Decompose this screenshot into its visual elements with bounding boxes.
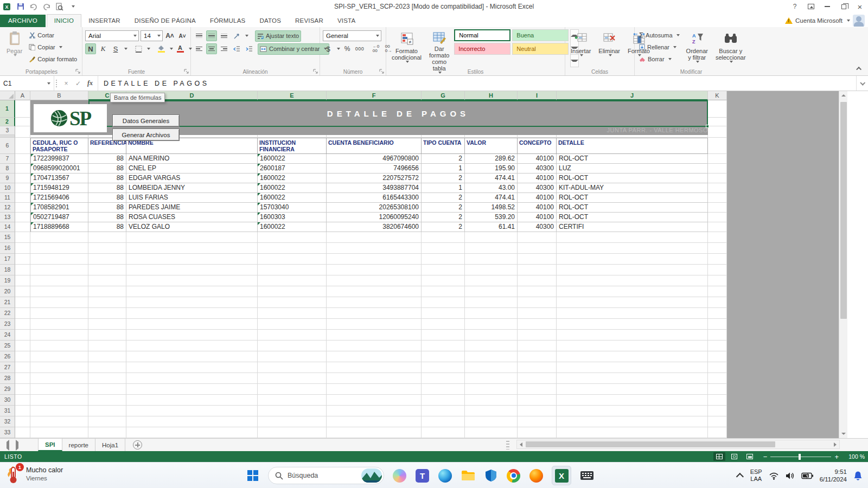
cell-C9[interactable]: 88 — [88, 174, 126, 183]
cell-C11[interactable]: 88 — [88, 193, 126, 203]
cell-J12[interactable]: ROL-OCT — [557, 203, 708, 213]
cell-J9[interactable]: ROL-OCT — [557, 174, 708, 183]
account-area[interactable]: Cuenta Microsoft — [785, 15, 865, 27]
new-sheet-icon[interactable] — [133, 440, 142, 450]
bold-button[interactable]: N — [85, 43, 96, 54]
cancel-icon[interactable]: × — [61, 80, 72, 87]
cell-I8[interactable]: 40300 — [518, 164, 557, 174]
column-header-I[interactable]: I — [518, 91, 557, 100]
wifi-icon[interactable] — [769, 472, 779, 480]
copy-button[interactable]: Copiar — [27, 41, 79, 53]
row-header-24[interactable]: 24 — [0, 330, 15, 341]
scroll-up-icon[interactable] — [839, 91, 848, 100]
cell-I14[interactable]: 40300 — [518, 222, 557, 232]
dialog-launcher-icon[interactable] — [379, 69, 385, 74]
dialog-launcher-icon[interactable] — [75, 69, 81, 74]
column-header-F[interactable]: F — [327, 91, 422, 100]
zoom-out-icon[interactable]: − — [763, 453, 768, 460]
row-header-29[interactable]: 29 — [0, 384, 15, 395]
volume-icon[interactable] — [786, 472, 795, 480]
cell-D7[interactable]: ANA MERINO — [126, 154, 258, 164]
align-left-icon[interactable] — [194, 43, 205, 54]
cell-H7[interactable]: 289.62 — [465, 154, 518, 164]
row-header-15[interactable]: 15 — [0, 232, 15, 243]
percent-format-icon[interactable]: % — [342, 43, 353, 54]
row-header-22[interactable]: 22 — [0, 308, 15, 319]
row-header-16[interactable]: 16 — [0, 243, 15, 254]
restore-icon[interactable] — [835, 1, 852, 12]
currency-format-icon[interactable]: $ — [323, 43, 334, 54]
formula-input[interactable]: DETALLE DE PAGOS — [98, 76, 856, 91]
zoom-level[interactable]: 100 % — [844, 453, 865, 460]
cell-F7[interactable]: 4967090800 — [327, 154, 422, 164]
enter-icon[interactable]: ✓ — [73, 80, 84, 87]
cell-H8[interactable]: 195.90 — [465, 164, 518, 174]
excel-taskbar-icon[interactable]: X — [552, 466, 571, 485]
tray-expand-icon[interactable] — [736, 473, 743, 480]
battery-icon[interactable] — [801, 472, 813, 479]
notification-bell-icon[interactable] — [853, 471, 863, 481]
cell-D9[interactable]: EDGAR VARGAS — [126, 174, 258, 183]
cells-grid[interactable]: SP Datos Generales Generar Archivos DETA… — [15, 100, 727, 438]
sheet-tab-reporte[interactable]: reporte — [62, 439, 95, 451]
cell-J7[interactable]: ROL-OCT — [557, 154, 708, 164]
format-as-table-button[interactable]: Dar formato como tabla — [426, 29, 452, 67]
cell-J11[interactable]: ROL-OCT — [557, 193, 708, 203]
cell-E8[interactable]: 2600187 — [258, 164, 327, 174]
cell-B14[interactable]: 1718889668 — [30, 222, 88, 232]
cell-E11[interactable]: 1600022 — [258, 193, 327, 203]
weather-widget[interactable]: 1 Mucho calor Viernes — [5, 465, 63, 484]
help-icon[interactable]: ? — [787, 1, 803, 12]
page-break-view-icon[interactable] — [744, 452, 756, 461]
cell-E10[interactable]: 1600022 — [258, 183, 327, 193]
row-header-14[interactable]: 14 — [0, 222, 15, 232]
autosum-button[interactable]: Σ Autosuma — [637, 29, 681, 41]
close-icon[interactable]: × — [852, 1, 868, 12]
defender-icon[interactable] — [483, 468, 498, 483]
cell-C8[interactable]: 88 — [88, 164, 126, 174]
cell-B7[interactable]: 1722399837 — [30, 154, 88, 164]
row-header-13[interactable]: 13 — [0, 213, 15, 222]
row-header-12[interactable]: 12 — [0, 203, 15, 213]
datos-generales-button[interactable]: Datos Generales — [112, 114, 180, 127]
select-all-corner[interactable] — [0, 91, 15, 100]
cell-E13[interactable]: 1600303 — [258, 213, 327, 222]
increase-decimal-icon[interactable]: ←000 — [371, 43, 381, 54]
style-incorrecto[interactable]: Incorrecto — [454, 43, 510, 55]
generar-archivos-button[interactable]: Generar Archivos — [112, 129, 180, 141]
row-header-33[interactable]: 33 — [0, 427, 15, 438]
cell-J8[interactable]: LUZ — [557, 164, 708, 174]
find-select-button[interactable]: Buscar y seleccionar — [713, 29, 749, 67]
row-header-27[interactable]: 27 — [0, 362, 15, 373]
cell-B8[interactable]: 0968599020001 — [30, 164, 88, 174]
tab-revisar[interactable]: REVISAR — [288, 15, 330, 27]
style-normal[interactable]: Normal — [454, 29, 510, 41]
column-header-H[interactable]: H — [465, 91, 518, 100]
decrease-indent-icon[interactable] — [231, 43, 242, 54]
cell-F10[interactable]: 3493887704 — [327, 183, 422, 193]
tab-datos[interactable]: DATOS — [252, 15, 288, 27]
number-format-select[interactable]: General — [323, 30, 381, 41]
cell-D12[interactable]: PAREDES JAIME — [126, 203, 258, 213]
cell-I10[interactable]: 40300 — [518, 183, 557, 193]
cell-J14[interactable]: CERTIFI — [557, 222, 708, 232]
cell-E14[interactable]: 1600022 — [258, 222, 327, 232]
clock[interactable]: 9:51 6/11/2024 — [820, 468, 847, 483]
cell-H11[interactable]: 474.41 — [465, 193, 518, 203]
align-right-icon[interactable] — [219, 43, 229, 54]
cell-G7[interactable]: 2 — [422, 154, 465, 164]
shrink-font-icon[interactable]: A˅ — [177, 30, 188, 41]
comma-format-icon[interactable]: 000 — [354, 43, 365, 54]
tab-inicio[interactable]: INICIO — [47, 14, 81, 27]
row-header-28[interactable]: 28 — [0, 373, 15, 384]
row-header-9[interactable]: 9 — [0, 174, 15, 183]
row-header-7[interactable]: 7 — [0, 154, 15, 164]
underline-button[interactable]: S — [110, 43, 121, 54]
zoom-in-icon[interactable]: + — [834, 453, 839, 460]
cell-G8[interactable]: 1 — [422, 164, 465, 174]
cell-I7[interactable]: 40100 — [518, 154, 557, 164]
conditional-formatting-button[interactable]: ≠ Formato condicional — [389, 29, 424, 67]
sheet-tab-hoja1[interactable]: Hoja1 — [95, 439, 125, 451]
row-header-10[interactable]: 10 — [0, 183, 15, 193]
tab-insertar[interactable]: INSERTAR — [81, 15, 127, 27]
